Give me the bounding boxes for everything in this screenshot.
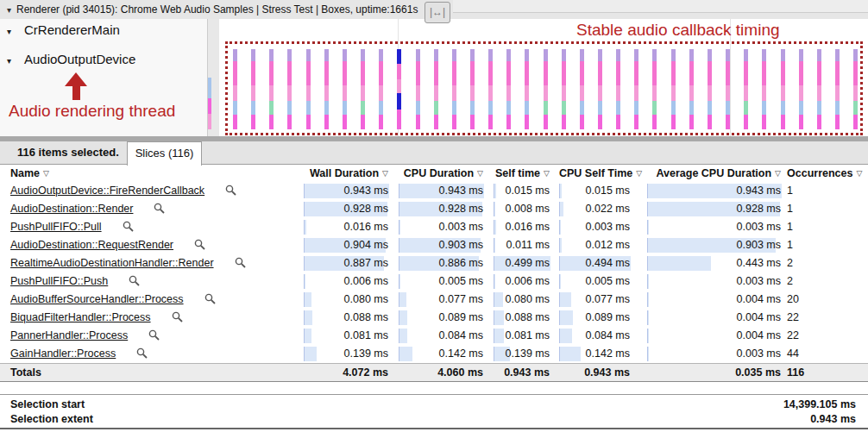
timeline-bar[interactable] bbox=[799, 49, 803, 129]
magnifier-icon[interactable] bbox=[204, 293, 216, 304]
timeline-bar-outlier[interactable] bbox=[397, 49, 401, 129]
timeline-bar[interactable] bbox=[287, 49, 292, 129]
sort-icon[interactable]: ▽ bbox=[636, 169, 642, 178]
table-row[interactable]: AudioDestination::Render0.928 ms0.928 ms… bbox=[0, 200, 868, 218]
timeline-bar[interactable] bbox=[562, 49, 566, 129]
sort-icon[interactable]: ▽ bbox=[775, 169, 781, 178]
slice-name-link[interactable]: PushPullFIFO::Push bbox=[10, 275, 108, 287]
magnifier-icon[interactable] bbox=[123, 221, 134, 232]
timeline-bar[interactable] bbox=[708, 49, 712, 129]
tab-slices[interactable]: Slices (116) bbox=[127, 141, 202, 166]
timeline-bar[interactable] bbox=[762, 49, 766, 129]
track-row-audiooutputdevice[interactable]: ▾AudioOutputDevice bbox=[7, 52, 135, 66]
collapse-triangle-icon[interactable]: ▾ bbox=[7, 27, 24, 36]
timeline-bar[interactable] bbox=[853, 49, 858, 129]
column-header-cpu-duration[interactable]: CPU Duration▽ bbox=[399, 165, 483, 182]
magnifier-icon[interactable] bbox=[136, 347, 148, 359]
sort-icon[interactable]: ▽ bbox=[544, 169, 550, 178]
column-header-name[interactable]: Name▽ bbox=[10, 165, 49, 182]
timeline-bar[interactable] bbox=[506, 49, 511, 129]
cell-cpu: 0.928 ms bbox=[399, 200, 483, 218]
table-row[interactable]: BiquadFilterHandler::Process0.088 ms0.08… bbox=[0, 309, 868, 327]
sort-icon[interactable]: ▽ bbox=[856, 169, 862, 178]
timeline-bar[interactable] bbox=[744, 49, 748, 129]
cell-name: PushPullFIFO::Push bbox=[10, 272, 140, 291]
timeline-bar[interactable] bbox=[343, 49, 347, 129]
timeline-bar[interactable] bbox=[726, 49, 730, 129]
column-header-occurrences[interactable]: Occurrences▽ bbox=[787, 165, 862, 182]
magnifier-icon[interactable] bbox=[225, 185, 236, 196]
timeline-bar[interactable] bbox=[251, 49, 255, 129]
timeline-bar[interactable] bbox=[652, 49, 657, 129]
timeline-bar[interactable] bbox=[616, 49, 620, 129]
sort-icon[interactable]: ▽ bbox=[382, 169, 388, 178]
magnifier-icon[interactable] bbox=[148, 329, 160, 341]
slice-name-link[interactable]: PannerHandler::Process bbox=[10, 329, 128, 341]
timeline-bar[interactable] bbox=[416, 49, 420, 129]
magnifier-icon[interactable] bbox=[235, 257, 246, 268]
resize-handle-button[interactable]: |↔| bbox=[425, 2, 450, 23]
table-row[interactable]: PannerHandler::Process0.081 ms0.084 ms0.… bbox=[0, 327, 868, 345]
table-row[interactable]: AudioBufferSourceHandler::Process0.080 m… bbox=[0, 291, 868, 309]
value-meter bbox=[494, 310, 504, 325]
timeline-bar[interactable] bbox=[306, 49, 311, 129]
magnifier-icon[interactable] bbox=[129, 275, 140, 286]
cell-cpu: 0.089 ms bbox=[399, 309, 483, 327]
timeline-bar[interactable] bbox=[781, 49, 785, 129]
collapse-triangle-icon[interactable]: ▾ bbox=[7, 5, 11, 15]
slice-name-link[interactable]: RealtimeAudioDestinationHandler::Render bbox=[10, 257, 214, 269]
slice-name-link[interactable]: AudioDestination::RequestRender bbox=[10, 239, 173, 251]
timeline-partial-slice[interactable] bbox=[208, 78, 211, 129]
column-header-wall-duration[interactable]: Wall Duration▽ bbox=[304, 165, 388, 182]
timeline-bar[interactable] bbox=[817, 49, 821, 129]
cell-name: AudioDestination::RequestRender bbox=[10, 236, 205, 254]
sort-icon[interactable]: ▽ bbox=[43, 169, 49, 178]
sort-icon[interactable]: ▽ bbox=[477, 169, 483, 178]
slice-name-link[interactable]: BiquadFilterHandler::Process bbox=[10, 311, 151, 323]
column-header-average-cpu-duration[interactable]: Average CPU Duration▽ bbox=[647, 165, 781, 182]
timeline-bar[interactable] bbox=[452, 49, 456, 129]
table-row[interactable]: PushPullFIFO::Pull0.016 ms0.003 ms0.016 … bbox=[0, 218, 868, 236]
timeline-bar[interactable] bbox=[671, 49, 676, 129]
cell-wall: 0.088 ms bbox=[304, 309, 388, 327]
timeline-bar[interactable] bbox=[379, 49, 383, 129]
value-meter bbox=[647, 329, 649, 343]
table-row[interactable]: AudioOutputDevice::FireRenderCallback0.9… bbox=[0, 182, 868, 200]
value-meter bbox=[559, 220, 561, 235]
timeline-bar[interactable] bbox=[689, 49, 694, 129]
timeline-track-area[interactable]: Stable audio callback timing bbox=[208, 19, 868, 136]
magnifier-icon[interactable] bbox=[194, 239, 205, 250]
slice-name-link[interactable]: AudioOutputDevice::FireRenderCallback bbox=[10, 185, 204, 197]
magnifier-icon[interactable] bbox=[154, 203, 165, 214]
table-row[interactable]: AudioDestination::RequestRender0.904 ms0… bbox=[0, 236, 868, 254]
timeline-bar[interactable] bbox=[580, 49, 584, 129]
timeline-bar[interactable] bbox=[269, 49, 274, 129]
track-row-crrenderermain[interactable]: ▾CrRendererMain bbox=[7, 22, 120, 37]
slice-name-link[interactable]: PushPullFIFO::Pull bbox=[10, 221, 102, 233]
cell-occurrences: 1 bbox=[787, 182, 793, 200]
slice-name-link[interactable]: GainHandler::Process bbox=[10, 347, 116, 360]
column-header-cpu-self-time[interactable]: CPU Self Time▽ bbox=[559, 165, 630, 182]
timeline-bar[interactable] bbox=[470, 49, 475, 129]
slice-name-link[interactable]: AudioBufferSourceHandler::Process bbox=[10, 293, 184, 305]
timeline-bar[interactable] bbox=[434, 49, 438, 129]
column-header-self-time[interactable]: Self time▽ bbox=[494, 165, 550, 182]
totals-row: Totals 4.072 ms 4.060 ms 0.943 ms 0.943 … bbox=[0, 363, 868, 382]
table-row[interactable]: RealtimeAudioDestinationHandler::Render0… bbox=[0, 254, 868, 272]
timeline-bar[interactable] bbox=[634, 49, 638, 129]
timeline-bar[interactable] bbox=[598, 49, 602, 129]
timeline-bar[interactable] bbox=[233, 49, 237, 129]
table-row[interactable]: PushPullFIFO::Push0.006 ms0.005 ms0.006 … bbox=[0, 272, 868, 291]
items-selected-label: 116 items selected. bbox=[17, 141, 119, 164]
table-row[interactable]: GainHandler::Process0.139 ms0.142 ms0.13… bbox=[0, 345, 868, 363]
timeline-bar[interactable] bbox=[525, 49, 529, 129]
timeline-bar[interactable] bbox=[835, 49, 840, 129]
slice-name-link[interactable]: AudioDestination::Render bbox=[10, 203, 133, 215]
timeline-bar[interactable] bbox=[324, 49, 329, 129]
timeline-bar[interactable] bbox=[361, 49, 365, 129]
collapse-triangle-icon[interactable]: ▾ bbox=[7, 56, 24, 66]
magnifier-icon[interactable] bbox=[172, 311, 183, 322]
timeline-bar[interactable] bbox=[544, 49, 548, 129]
timeline-bar[interactable] bbox=[488, 49, 493, 129]
value-meter bbox=[559, 292, 571, 307]
